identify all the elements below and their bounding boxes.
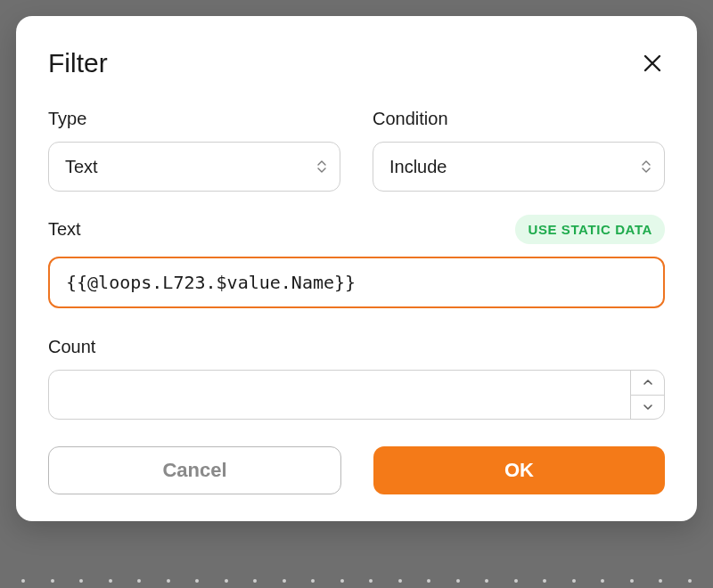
background-dots: [0, 579, 713, 583]
modal-header: Filter: [48, 48, 665, 78]
filter-modal: Filter Type Text Condition: [16, 16, 697, 521]
chevron-up-down-icon: [316, 159, 327, 174]
modal-footer: Cancel OK: [48, 446, 665, 494]
condition-label: Condition: [373, 109, 665, 129]
modal-title: Filter: [48, 48, 108, 78]
chevron-up-icon: [643, 379, 653, 386]
ok-button[interactable]: OK: [373, 446, 665, 494]
modal-backdrop: Filter Type Text Condition: [0, 0, 713, 588]
cancel-button[interactable]: Cancel: [48, 446, 341, 494]
type-select-value: Text: [65, 157, 98, 177]
close-button[interactable]: [640, 51, 665, 76]
text-label: Text: [48, 219, 81, 240]
count-field-group: Count: [48, 337, 665, 420]
chevron-down-icon: [643, 404, 653, 411]
condition-select[interactable]: Include: [373, 142, 665, 192]
condition-select-value: Include: [389, 157, 447, 177]
text-input[interactable]: [48, 257, 665, 308]
count-step-up-button[interactable]: [631, 371, 664, 396]
count-step-down-button[interactable]: [631, 396, 664, 420]
type-select[interactable]: Text: [48, 142, 340, 192]
count-stepper: [630, 371, 664, 419]
condition-field-group: Condition Include: [373, 109, 665, 192]
type-label: Type: [48, 109, 340, 129]
text-field-group: Text USE STATIC DATA: [48, 215, 665, 337]
type-field-group: Type Text: [48, 109, 340, 192]
close-icon: [642, 53, 663, 74]
count-input[interactable]: [49, 371, 630, 419]
count-label: Count: [48, 337, 665, 357]
chevron-up-down-icon: [641, 159, 652, 174]
use-static-data-badge[interactable]: USE STATIC DATA: [515, 215, 665, 244]
